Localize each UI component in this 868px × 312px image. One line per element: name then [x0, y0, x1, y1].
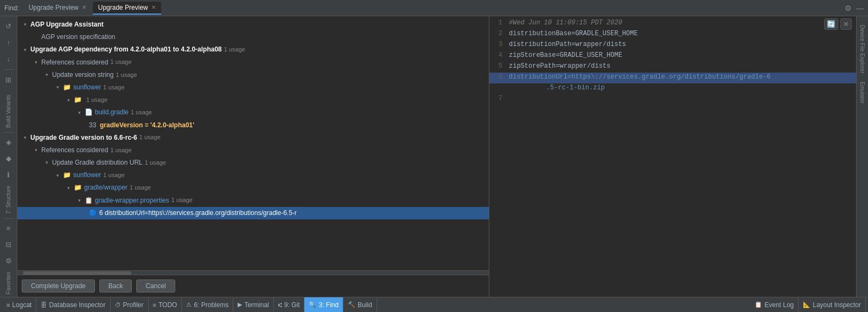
- refs-badge: 1 usage: [110, 57, 131, 67]
- status-layout-inspector[interactable]: 📐 Layout Inspector: [799, 297, 866, 312]
- dist-url-line-text: 6 distributionUrl=https\://services.grad…: [99, 208, 297, 218]
- folder-icon-3: 📁: [63, 170, 71, 180]
- tab2-label: Upgrade Preview: [98, 4, 148, 11]
- status-problems[interactable]: ⚠ 6: Problems: [182, 297, 233, 312]
- status-database-inspector[interactable]: 🗄 Database Inspector: [36, 297, 110, 312]
- layout-inspector-icon: 📐: [803, 301, 810, 308]
- diamond-icon[interactable]: ◈: [1, 135, 16, 150]
- list-icon[interactable]: ≡: [1, 221, 16, 236]
- settings-icon[interactable]: ⚙: [845, 4, 852, 12]
- tree-item-gradle-version-line[interactable]: 33 gradleVersion = '4.2.0-alpha01': [17, 119, 489, 132]
- database-inspector-label: Database Inspector: [49, 301, 105, 309]
- minimize-icon[interactable]: —: [856, 4, 864, 12]
- agp-version-label: AGP version specification: [41, 32, 116, 42]
- build-variants-label[interactable]: Build Variants: [5, 95, 11, 128]
- problems-icon: ⚠: [186, 301, 192, 308]
- status-event-log[interactable]: 📋 Event Log: [750, 297, 799, 312]
- refs-label: References considered: [41, 57, 108, 68]
- tab-upgrade-preview-1[interactable]: Upgrade Preview ✕: [23, 2, 92, 15]
- device-file-explorer-label[interactable]: Device File Explorer: [859, 25, 865, 73]
- build-gradle-badge: 1 usage: [131, 108, 152, 118]
- sub-folder-badge: 1 usage: [86, 95, 107, 105]
- status-logcat[interactable]: ≡ Logcat: [2, 297, 36, 312]
- back-button[interactable]: Back: [99, 280, 132, 292]
- wrapper-props-label: gradle-wrapper.properties: [95, 196, 169, 206]
- logcat-label: Logcat: [12, 301, 31, 309]
- props-icon: 📋: [85, 196, 93, 206]
- structure-label[interactable]: 7: Structure: [5, 186, 11, 214]
- emulator-label[interactable]: Emulator: [859, 82, 865, 103]
- sunflower-2-badge: 1 usage: [103, 171, 124, 180]
- arrow-sunflower-1: ▾: [56, 83, 63, 91]
- diamond2-icon[interactable]: ◆: [1, 151, 16, 166]
- status-git[interactable]: ⑆ 9: Git: [274, 297, 305, 312]
- horizontal-scrollbar[interactable]: [17, 270, 489, 275]
- tab1-close-icon[interactable]: ✕: [82, 4, 86, 10]
- status-todo[interactable]: ≡ TODO: [149, 297, 182, 312]
- tree-item-sunflower-1[interactable]: ▾ 📁 sunflower 1 usage: [17, 81, 489, 94]
- info-icon[interactable]: ℹ: [1, 167, 16, 183]
- folder-icon-4: 📁: [74, 183, 82, 193]
- upgrade-agp-badge: 1 usage: [224, 45, 245, 55]
- tree-item-wrapper-props[interactable]: ▾ 📋 gradle-wrapper.properties 1 usage: [17, 194, 489, 207]
- refresh-icon[interactable]: ↺: [1, 18, 16, 34]
- status-profiler[interactable]: ⏱ Profiler: [111, 297, 149, 312]
- down-icon[interactable]: ↓: [1, 51, 16, 66]
- database-icon: 🗄: [41, 302, 47, 308]
- tree-item-agp-version[interactable]: AGP version specification: [17, 31, 489, 43]
- tab-upgrade-preview-2[interactable]: Upgrade Preview ✕: [93, 2, 161, 15]
- sunflower-2-label: sunflower: [73, 170, 101, 180]
- minus-icon[interactable]: ⊟: [1, 237, 16, 252]
- divider-1: [3, 69, 14, 70]
- status-terminal[interactable]: ▶ Terminal: [233, 297, 273, 312]
- line-num-1: 1: [489, 19, 507, 27]
- arrow-dist-url: ▾: [46, 159, 52, 166]
- status-find[interactable]: 🔍 3: Find: [304, 297, 343, 312]
- main-area: ↺ ↑ ↓ ⊞ Build Variants ◈ ◆ ℹ 7: Structur…: [0, 16, 868, 297]
- tab2-close-icon[interactable]: ✕: [151, 4, 156, 10]
- gear-icon[interactable]: ⚙: [1, 253, 16, 269]
- tree-item-update-version[interactable]: ▾ Update version string 1 usage: [17, 69, 489, 81]
- tree-item-refs-considered-2[interactable]: ▾ References considered 1 usage: [17, 144, 489, 157]
- line-num-3: 3: [489, 41, 507, 48]
- event-log-label: Event Log: [764, 301, 794, 309]
- tree-item-sunflower-2[interactable]: ▾ 📁 sunflower 1 usage: [17, 169, 489, 181]
- code-sync-icon[interactable]: 🔄: [824, 18, 838, 30]
- tree-item-sub-folder[interactable]: ▾ 📁 1 usage: [17, 94, 489, 106]
- favorites-label[interactable]: Favorites: [5, 272, 11, 294]
- upgrade-gradle-label: Upgrade Gradle version to 6.6-rc-6: [30, 133, 137, 143]
- refs-2-label: References considered: [41, 145, 108, 155]
- tree-content: ▾ AGP Upgrade Assistant AGP version spec…: [17, 16, 489, 270]
- status-build[interactable]: 🔨 Build: [343, 297, 377, 312]
- tree-item-agp-assistant[interactable]: ▾ AGP Upgrade Assistant: [17, 18, 489, 31]
- tree-item-upgrade-gradle[interactable]: ▾ Upgrade Gradle version to 6.6-rc-6 1 u…: [17, 132, 489, 144]
- arrow-wrapper-props: ▾: [78, 197, 85, 204]
- up-icon[interactable]: ↑: [1, 35, 16, 50]
- line-text-6: distributionUrl=https\://services.gradle…: [507, 73, 770, 81]
- git-label: 9: Git: [284, 301, 300, 309]
- tree-item-gradle-wrapper[interactable]: ▾ 📁 gradle/wrapper 1 usage: [17, 181, 489, 194]
- gradle-wrapper-label: gradle/wrapper: [84, 183, 127, 193]
- tree-item-refs-considered[interactable]: ▾ References considered 1 usage: [17, 56, 489, 69]
- event-log-icon: 📋: [755, 301, 762, 308]
- line-num-4: 4: [489, 51, 507, 59]
- code-close-icon[interactable]: ✕: [840, 18, 852, 30]
- layout-icon[interactable]: ⊞: [1, 72, 16, 87]
- complete-upgrade-button[interactable]: Complete Upgrade: [22, 280, 95, 292]
- tree-item-upgrade-agp[interactable]: ▾ Upgrade AGP dependency from 4.2.0-alph…: [17, 43, 489, 56]
- find-icon: 🔍: [309, 301, 316, 308]
- update-version-label: Update version string: [52, 70, 113, 80]
- tree-item-update-dist-url[interactable]: ▾ Update Gradle distribution URL 1 usage: [17, 157, 489, 169]
- line-text-3: distributionPath=wrapper/dists: [507, 41, 626, 48]
- cancel-button[interactable]: Cancel: [136, 280, 175, 292]
- scroll-thumb[interactable]: [23, 271, 131, 275]
- sunflower-1-label: sunflower: [73, 82, 101, 93]
- terminal-label: Terminal: [244, 301, 269, 309]
- line-num-5: 5: [489, 62, 507, 70]
- build-label: Build: [358, 301, 372, 309]
- tree-item-dist-url-line[interactable]: 🔵 6 distributionUrl=https\://services.gr…: [17, 207, 489, 219]
- tree-item-build-gradle[interactable]: ▾ 📄 build.gradle 1 usage: [17, 106, 489, 119]
- tab1-label: Upgrade Preview: [29, 4, 79, 11]
- code-line-3: 3 distributionPath=wrapper/dists: [489, 40, 856, 51]
- dist-url-label: Update Gradle distribution URL: [52, 158, 143, 168]
